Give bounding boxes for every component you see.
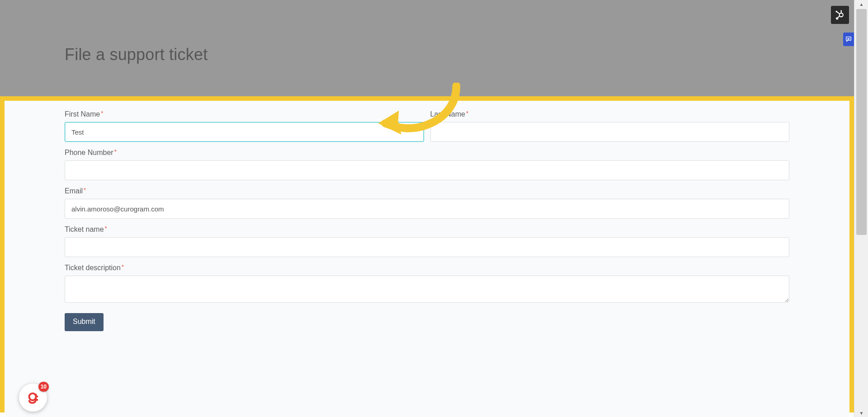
first-name-label-text: First Name [65, 110, 100, 118]
email-label: Email* [65, 187, 789, 195]
hubspot-icon[interactable] [831, 6, 849, 24]
g-widget-badge: 10 [38, 382, 49, 392]
svg-line-5 [837, 12, 840, 14]
last-name-input[interactable] [430, 122, 790, 142]
phone-label-text: Phone Number [65, 149, 113, 156]
field-last-name: Last Name* [430, 105, 790, 142]
required-asterisk: * [122, 263, 124, 270]
required-asterisk: * [114, 148, 117, 155]
svg-point-10 [36, 399, 38, 401]
field-first-name: First Name* [65, 105, 424, 142]
last-name-label-text: Last Name [430, 110, 465, 118]
required-asterisk: * [101, 110, 103, 117]
vertical-scrollbar[interactable]: ▲ ▼ [854, 0, 868, 417]
g-widget[interactable]: 10 [19, 384, 47, 412]
last-name-label: Last Name* [430, 110, 790, 118]
ticket-name-label: Ticket name* [65, 225, 789, 234]
page-title: File a support ticket [65, 45, 208, 64]
svg-point-4 [836, 18, 838, 19]
required-asterisk: * [105, 225, 107, 232]
scroll-down-icon[interactable]: ▼ [854, 409, 868, 417]
ticket-description-label-text: Ticket description [65, 264, 121, 272]
svg-point-6 [835, 11, 837, 13]
support-form-area: First Name* Last Name* Phone Number* Ema… [5, 101, 849, 417]
email-label-text: Email [65, 187, 83, 195]
ticket-description-label: Ticket description* [65, 264, 789, 272]
g-icon [25, 390, 41, 405]
scrollbar-thumb[interactable] [856, 9, 867, 235]
chat-icon[interactable] [843, 33, 854, 46]
field-phone: Phone Number* [65, 143, 789, 180]
required-asterisk: * [466, 110, 468, 117]
submit-button[interactable]: Submit [65, 313, 104, 331]
ticket-name-label-text: Ticket name [65, 225, 104, 233]
phone-input[interactable] [65, 160, 789, 180]
field-email: Email* [65, 182, 789, 219]
scroll-up-icon[interactable]: ▲ [854, 0, 868, 8]
row-names: First Name* Last Name* [65, 105, 789, 143]
first-name-input[interactable] [65, 122, 424, 142]
field-ticket-description: Ticket description* [65, 258, 789, 303]
field-ticket-name: Ticket name* [65, 220, 789, 257]
viewport: File a support ticket First Name* Last N… [0, 0, 868, 417]
support-form: First Name* Last Name* Phone Number* Ema… [5, 101, 849, 331]
first-name-label: First Name* [65, 110, 424, 118]
ticket-name-input[interactable] [65, 237, 789, 257]
required-asterisk: * [84, 187, 86, 193]
phone-label: Phone Number* [65, 149, 789, 157]
svg-point-9 [36, 395, 38, 397]
email-input[interactable] [65, 199, 789, 219]
ticket-description-input[interactable] [65, 276, 789, 303]
svg-point-2 [840, 10, 842, 12]
